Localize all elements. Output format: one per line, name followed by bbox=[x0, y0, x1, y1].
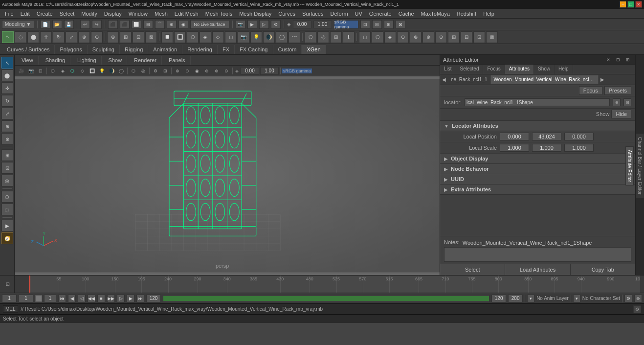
tab-sculpting[interactable]: Sculpting bbox=[88, 45, 120, 54]
select-mask-btn4[interactable]: ⊙ bbox=[397, 31, 409, 43]
menu-item-select[interactable]: Select bbox=[57, 10, 78, 18]
tab-xgen[interactable]: XGen bbox=[302, 45, 326, 54]
char-layer-dropdown[interactable]: ▾ bbox=[573, 295, 580, 302]
play-back-btn[interactable]: ◀◀ bbox=[88, 295, 95, 302]
node-tab-2[interactable]: Wooden_Mounted_Vertical_Wine_Rack_ncl1_1… bbox=[491, 75, 599, 84]
select-mask-btn5[interactable]: ⊚ bbox=[410, 31, 422, 43]
render-settings-icon[interactable]: ⚙ bbox=[271, 20, 281, 29]
load-attrs-button[interactable]: Load Attributes bbox=[505, 264, 570, 275]
vp-isolate-icon[interactable]: ◎ bbox=[139, 67, 148, 75]
presets-button[interactable]: Presets bbox=[604, 86, 631, 95]
range-bar[interactable] bbox=[163, 295, 489, 302]
grid-btn[interactable]: ⊞ bbox=[330, 31, 342, 43]
paint-tool-btn[interactable]: ⬤ bbox=[27, 31, 39, 43]
ipr-icon[interactable]: ▷ bbox=[259, 20, 269, 29]
redo-icon[interactable]: ↪ bbox=[92, 20, 102, 29]
attr-nav-tab-attributes[interactable]: Attributes bbox=[505, 65, 534, 74]
anim-layer-dropdown[interactable]: ▾ bbox=[527, 295, 534, 302]
play-fwd-btn[interactable]: ▶▶ bbox=[107, 295, 115, 302]
playback-range-end-input[interactable] bbox=[508, 295, 523, 302]
vp-sel4-icon[interactable]: ⊚ bbox=[202, 67, 211, 75]
vp-texture-icon[interactable]: 🔳 bbox=[88, 67, 96, 75]
render-icon[interactable]: ▶ bbox=[247, 20, 257, 29]
snap-surface-icon[interactable]: ◉ bbox=[178, 20, 188, 29]
attr-nav-tab-selected[interactable]: Selected bbox=[456, 65, 484, 74]
extra-icon3[interactable]: ⊞ bbox=[384, 20, 394, 29]
menu-item-maxtomaya[interactable]: MaxToMaya bbox=[418, 10, 453, 18]
playback-end-input[interactable] bbox=[491, 295, 506, 302]
snap-grid-icon[interactable]: ⊞ bbox=[143, 20, 153, 29]
menu-item-generate[interactable]: Generate bbox=[366, 10, 395, 18]
light-btn[interactable]: 💡 bbox=[250, 31, 262, 43]
camera-btn[interactable]: 📷 bbox=[238, 31, 249, 43]
playback-start-input[interactable] bbox=[44, 295, 56, 302]
vp-sel1-icon[interactable]: ⊕ bbox=[173, 67, 182, 75]
new-file-icon[interactable]: 📄 bbox=[41, 20, 50, 29]
render-view-tool[interactable]: ▶ bbox=[1, 220, 13, 231]
go-end-btn[interactable]: ⏭ bbox=[136, 295, 144, 302]
attr-float-icon[interactable]: ⊡ bbox=[614, 55, 622, 64]
isolate-btn[interactable]: ◎ bbox=[317, 31, 329, 43]
current-frame-input[interactable] bbox=[2, 295, 17, 302]
snap-grid-btn2[interactable]: ⊠ bbox=[145, 31, 157, 43]
menu-item-cache[interactable]: Cache bbox=[396, 10, 417, 18]
select-none-icon[interactable]: ⬜ bbox=[132, 20, 141, 29]
prev-frame-btn[interactable]: ◀ bbox=[68, 295, 76, 302]
vp-pp-icon[interactable]: ⚙ bbox=[151, 67, 160, 75]
local-scale-z[interactable]: 1.000 bbox=[564, 144, 594, 152]
node-tab-1[interactable]: ne_Rack_ncl1_1 bbox=[448, 75, 491, 84]
view-menu[interactable]: View bbox=[17, 56, 39, 65]
timeline-ruler[interactable]: 5551001501952402903403854304805255706156… bbox=[29, 276, 640, 293]
menu-item-mesh-tools[interactable]: Mesh Tools bbox=[202, 10, 235, 18]
menu-item-mesh[interactable]: Mesh bbox=[152, 10, 171, 18]
show-grid-tool[interactable]: ⊞ bbox=[1, 149, 13, 161]
attr-nav-tab-focus[interactable]: Focus bbox=[483, 65, 505, 74]
vp-camera2-icon[interactable]: 📷 bbox=[26, 67, 35, 75]
wire-btn[interactable]: ⬡ bbox=[187, 31, 199, 43]
notes-box[interactable] bbox=[444, 247, 631, 262]
move-tool[interactable]: ✛ bbox=[1, 82, 13, 94]
viewport-canvas[interactable]: X Y Z persp bbox=[15, 76, 440, 275]
select-tool-btn[interactable]: ↖ bbox=[2, 31, 14, 43]
no-live-surface-icon[interactable]: No Live Surface bbox=[190, 20, 229, 29]
select-mask-btn2[interactable]: ⬡ bbox=[372, 31, 383, 43]
current-frame-input-2[interactable] bbox=[19, 295, 33, 302]
motion-trail-btn[interactable]: 〰 bbox=[289, 31, 300, 43]
last-tool-btn[interactable]: ⊙ bbox=[91, 31, 103, 43]
show-menu[interactable]: Show bbox=[104, 56, 128, 65]
range-end-input[interactable] bbox=[146, 295, 161, 302]
extra-attrs-section[interactable]: ▶ Extra Attributes bbox=[440, 184, 635, 195]
select-hierarchy-icon[interactable]: ⬛ bbox=[108, 20, 118, 29]
shadow-btn[interactable]: 🌒 bbox=[263, 31, 275, 43]
xray-tool[interactable]: ◎ bbox=[1, 175, 13, 186]
select-mask-btn6[interactable]: ⊛ bbox=[422, 31, 434, 43]
tab-fx[interactable]: FX bbox=[218, 45, 235, 54]
lasso-tool-btn[interactable]: ◌ bbox=[15, 31, 26, 43]
soft-select-tool[interactable]: ⊛ bbox=[1, 133, 13, 145]
local-pos-y[interactable]: 43.024 bbox=[532, 133, 561, 140]
char-manage-btn[interactable]: ⊕ bbox=[634, 295, 642, 302]
select-button[interactable]: Select bbox=[440, 264, 505, 275]
select-mask-btn8[interactable]: ⊞ bbox=[448, 31, 460, 43]
tab-polygons[interactable]: Polygons bbox=[55, 45, 87, 54]
attr-close-icon[interactable]: ✕ bbox=[604, 55, 613, 64]
coord-y-input[interactable] bbox=[260, 67, 279, 75]
select-mask-btn10[interactable]: ⊡ bbox=[473, 31, 485, 43]
vp-sel3-icon[interactable]: ◉ bbox=[193, 67, 201, 75]
copy-tab-button[interactable]: Copy Tab bbox=[571, 264, 635, 275]
menu-item-edit[interactable]: Edit bbox=[18, 10, 33, 18]
tab-animation[interactable]: Animation bbox=[148, 45, 182, 54]
local-pos-z[interactable]: 0.000 bbox=[564, 133, 594, 140]
timeline-cursor[interactable] bbox=[29, 276, 30, 293]
minimize-button[interactable]: – bbox=[620, 1, 626, 8]
offset-y-input[interactable] bbox=[313, 21, 332, 28]
vp-shade-icon[interactable]: ◇ bbox=[78, 67, 87, 75]
tab-fx-caching[interactable]: FX Caching bbox=[235, 45, 273, 54]
menu-item-surfaces[interactable]: Surfaces bbox=[299, 10, 326, 18]
object-display-section[interactable]: ▶ Object Display bbox=[440, 154, 635, 164]
vp-ao-icon[interactable]: ◯ bbox=[117, 67, 126, 75]
local-scale-y[interactable]: 1.000 bbox=[532, 144, 561, 152]
tab-custom[interactable]: Custom bbox=[273, 45, 302, 54]
extra-icon1[interactable]: ⊡ bbox=[360, 20, 370, 29]
snap-curve-icon[interactable]: ⌒ bbox=[155, 20, 165, 29]
